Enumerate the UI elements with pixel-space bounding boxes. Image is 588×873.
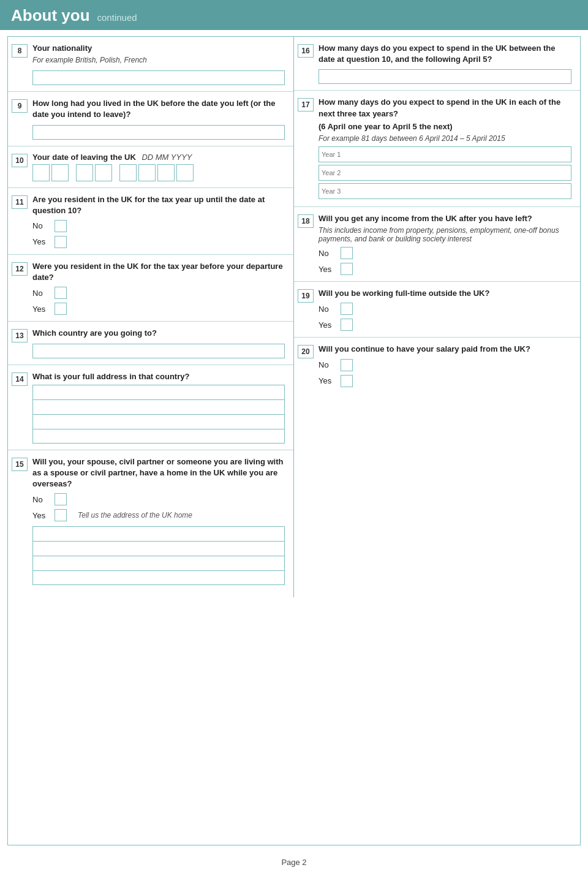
q15-addr-line3[interactable]: [32, 556, 285, 570]
question-18: 18 Will you get any income from the UK a…: [294, 207, 580, 282]
q10-number: 10: [12, 154, 28, 167]
q15-label: Will you, your spouse, civil partner or …: [32, 456, 285, 490]
q18-no-label: No: [318, 249, 336, 258]
q17-year3-wrapper: [318, 183, 571, 200]
q10-date-format: DD MM YYYY: [141, 153, 192, 162]
q14-addr-line1[interactable]: [32, 385, 285, 399]
q14-body: What is your full address in that countr…: [32, 371, 285, 444]
q10-mon1[interactable]: [76, 164, 93, 181]
q15-yes-checkbox[interactable]: [55, 509, 67, 521]
q10-day2[interactable]: [51, 164, 69, 181]
q17-number: 17: [298, 98, 314, 111]
q14-addr-line4[interactable]: [32, 429, 285, 444]
q20-no-label: No: [318, 360, 336, 369]
q10-day1[interactable]: [32, 164, 50, 181]
two-col-layout: 8 Your nationality For example British, …: [8, 37, 580, 597]
q12-yes-label: Yes: [32, 304, 50, 314]
question-9: 9 How long had you lived in the UK befor…: [8, 92, 293, 146]
q17-year1-input[interactable]: [318, 146, 571, 162]
q11-yes-label: Yes: [32, 237, 50, 246]
q15-addr-line1[interactable]: [32, 526, 285, 541]
right-column: 16 How many days do you expect to spend …: [294, 37, 580, 597]
q15-yes-hint: Tell us the address of the UK home: [78, 511, 192, 520]
q10-yr2[interactable]: [138, 164, 156, 181]
q11-number: 11: [12, 195, 28, 209]
q20-no-checkbox[interactable]: [341, 359, 353, 371]
q19-no-row: No: [318, 303, 571, 315]
q15-addr-line2[interactable]: [32, 541, 285, 556]
q17-year3-input[interactable]: [318, 183, 571, 199]
q18-yes-checkbox[interactable]: [341, 263, 353, 275]
q9-input[interactable]: [32, 125, 285, 140]
q20-yes-checkbox[interactable]: [341, 375, 353, 387]
q17-sublabel: (6 April one year to April 5 the next): [318, 121, 571, 132]
page-header: About you continued: [0, 0, 588, 30]
q12-body: Were you resident in the UK for the tax …: [32, 261, 285, 315]
q11-yes-checkbox[interactable]: [55, 236, 67, 248]
q20-yes-label: Yes: [318, 376, 336, 385]
q14-addr-line2[interactable]: [32, 399, 285, 414]
q13-body: Which country are you going to?: [32, 328, 285, 358]
q18-hint: This includes income from property, pens…: [318, 226, 571, 243]
page-subtitle: continued: [97, 12, 137, 23]
q12-label: Were you resident in the UK for the tax …: [32, 261, 285, 283]
q8-number: 8: [12, 44, 28, 58]
left-column: 8 Your nationality For example British, …: [8, 37, 294, 597]
q19-number: 19: [298, 289, 314, 303]
q12-number: 12: [12, 262, 28, 276]
q16-input[interactable]: [318, 69, 571, 84]
q8-input[interactable]: [32, 70, 285, 85]
question-20: 20 Will you continue to have your salary…: [294, 338, 580, 393]
q14-addr-line3[interactable]: [32, 414, 285, 429]
q15-no-row: No: [32, 493, 285, 505]
q11-label: Are you resident in the UK for the tax y…: [32, 194, 285, 216]
question-13: 13 Which country are you going to?: [8, 322, 293, 365]
question-8: 8 Your nationality For example British, …: [8, 37, 293, 92]
q11-no-label: No: [32, 221, 50, 230]
q12-yes-checkbox[interactable]: [55, 303, 67, 315]
q18-yes-row: Yes: [318, 263, 571, 275]
q14-number: 14: [12, 372, 28, 386]
q11-no-checkbox[interactable]: [55, 220, 67, 232]
q11-body: Are you resident in the UK for the tax y…: [32, 194, 285, 248]
q19-body: Will you be working full-time outside th…: [318, 288, 571, 331]
q19-label: Will you be working full-time outside th…: [318, 288, 571, 299]
q18-no-checkbox[interactable]: [341, 247, 353, 259]
q17-body: How many days do you expect to spend in …: [318, 97, 571, 200]
question-10: 10 Your date of leaving the UK DD MM YYY…: [8, 146, 293, 188]
q15-addr-line4[interactable]: [32, 570, 285, 585]
q13-input[interactable]: [32, 344, 285, 358]
question-12: 12 Were you resident in the UK for the t…: [8, 255, 293, 322]
q15-no-checkbox[interactable]: [55, 493, 67, 505]
q12-yes-row: Yes: [32, 303, 285, 315]
q15-address-inputs: [32, 526, 285, 585]
q12-no-checkbox[interactable]: [55, 287, 67, 299]
q15-yes-label: Yes: [32, 511, 50, 520]
q17-year2-wrapper: [318, 165, 571, 182]
q19-yes-label: Yes: [318, 320, 336, 330]
q12-no-row: No: [32, 287, 285, 299]
q10-yr3[interactable]: [157, 164, 175, 181]
q16-number: 16: [298, 44, 314, 58]
q20-body: Will you continue to have your salary pa…: [318, 344, 571, 387]
question-17: 17 How many days do you expect to spend …: [294, 91, 580, 207]
q17-year2-input[interactable]: [318, 165, 571, 181]
main-content: 8 Your nationality For example British, …: [7, 36, 581, 845]
q16-body: How many days do you expect to spend in …: [318, 43, 571, 84]
q11-yes-row: Yes: [32, 236, 285, 248]
q18-yes-label: Yes: [318, 265, 336, 274]
q19-no-checkbox[interactable]: [341, 303, 353, 315]
q10-yr1[interactable]: [119, 164, 137, 181]
q17-hint: For example 81 days between 6 April 2014…: [318, 134, 571, 143]
q19-yes-checkbox[interactable]: [341, 319, 353, 331]
q19-no-label: No: [318, 304, 336, 314]
q20-yes-row: Yes: [318, 375, 571, 387]
q10-mon2[interactable]: [95, 164, 112, 181]
q18-label: Will you get any income from the UK afte…: [318, 213, 571, 224]
question-19: 19 Will you be working full-time outside…: [294, 282, 580, 338]
question-16: 16 How many days do you expect to spend …: [294, 37, 580, 91]
q14-label: What is your full address in that countr…: [32, 371, 285, 382]
q8-label: Your nationality: [32, 43, 285, 54]
q17-label: How many days do you expect to spend in …: [318, 97, 571, 119]
q10-yr4[interactable]: [176, 164, 194, 181]
